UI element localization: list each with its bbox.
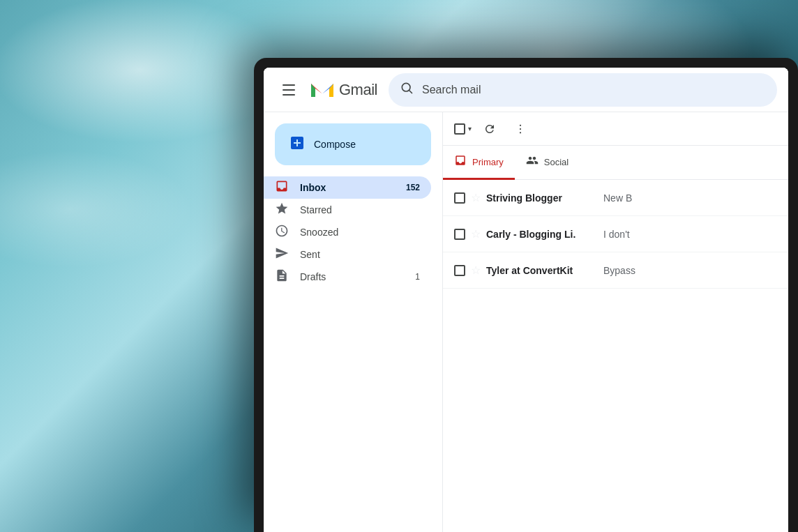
starred-label: Starred [300, 204, 420, 215]
sidebar-item-snoozed[interactable]: Snoozed [264, 221, 431, 243]
hamburger-line-1 [283, 84, 295, 86]
starred-icon [275, 202, 289, 218]
email-toolbar: ▾ [443, 112, 788, 146]
menu-button[interactable] [275, 76, 303, 104]
email-sender-3: Tyler at ConvertKit [486, 265, 598, 276]
category-tabs: Primary Social [443, 146, 788, 180]
gmail-m-svg [308, 76, 336, 104]
sent-icon [275, 246, 289, 263]
tab-primary[interactable]: Primary [443, 146, 515, 180]
email-row[interactable]: ☆ Striving Blogger New B [443, 180, 788, 216]
gmail-app: Gmail Search mail [264, 68, 788, 532]
email-preview-2: I don't [603, 229, 777, 240]
tab-social[interactable]: Social [515, 146, 580, 180]
social-tab-icon [526, 154, 539, 169]
email-row[interactable]: ☆ Tyler at ConvertKit Bypass [443, 252, 788, 289]
search-icon [400, 81, 414, 98]
email-star-3[interactable]: ☆ [471, 264, 481, 277]
compose-plus-icon [289, 135, 306, 154]
select-all-area[interactable]: ▾ [454, 123, 472, 135]
primary-tab-label: Primary [472, 157, 504, 167]
email-row[interactable]: ☆ Carly - Blogging Li. I don't [443, 216, 788, 252]
primary-tab-icon [454, 154, 467, 169]
drafts-icon [275, 268, 289, 285]
drafts-label: Drafts [300, 271, 404, 282]
app-header: Gmail Search mail [264, 68, 788, 112]
email-star-2[interactable]: ☆ [471, 227, 481, 241]
inbox-label: Inbox [300, 182, 395, 193]
email-checkbox-3[interactable] [454, 265, 465, 276]
email-sender-2: Carly - Blogging Li. [486, 229, 598, 240]
select-chevron-icon[interactable]: ▾ [468, 125, 472, 132]
email-area: ▾ [442, 112, 788, 532]
email-list: ☆ Striving Blogger New B ☆ Carly - Blogg… [443, 180, 788, 532]
sidebar: Compose Inbox 152 [264, 112, 442, 532]
gmail-wordmark: Gmail [339, 81, 377, 99]
laptop-screen: Gmail Search mail [264, 68, 788, 532]
snoozed-label: Snoozed [300, 227, 420, 238]
svg-point-3 [520, 128, 521, 129]
email-sender-1: Striving Blogger [486, 192, 598, 204]
sidebar-item-sent[interactable]: Sent [264, 243, 431, 266]
search-input-placeholder: Search mail [422, 84, 481, 96]
sidebar-item-drafts[interactable]: Drafts 1 [264, 266, 431, 288]
svg-point-2 [520, 124, 521, 126]
sidebar-item-inbox[interactable]: Inbox 152 [264, 176, 431, 199]
svg-point-4 [520, 132, 521, 133]
sidebar-item-starred[interactable]: Starred [264, 199, 431, 221]
email-preview-3: Bypass [603, 265, 777, 276]
hamburger-line-3 [283, 94, 295, 96]
snoozed-icon [275, 224, 289, 241]
email-preview-1: New B [603, 192, 777, 204]
more-options-button[interactable] [508, 116, 533, 142]
laptop-frame: Gmail Search mail [254, 58, 798, 532]
gmail-logo: Gmail [308, 76, 377, 104]
compose-label: Compose [314, 139, 356, 150]
main-layout: Compose Inbox 152 [264, 112, 788, 532]
refresh-button[interactable] [477, 116, 502, 142]
inbox-icon [275, 179, 289, 196]
search-bar[interactable]: Search mail [389, 73, 777, 107]
email-checkbox-1[interactable] [454, 192, 465, 204]
email-checkbox-2[interactable] [454, 229, 465, 240]
compose-button[interactable]: Compose [275, 123, 431, 165]
drafts-badge: 1 [415, 272, 420, 282]
inbox-badge: 152 [406, 183, 420, 192]
email-star-1[interactable]: ☆ [471, 191, 481, 204]
social-tab-label: Social [544, 157, 569, 167]
hamburger-line-2 [283, 89, 295, 91]
select-all-checkbox[interactable] [454, 123, 465, 135]
sent-label: Sent [300, 249, 420, 260]
